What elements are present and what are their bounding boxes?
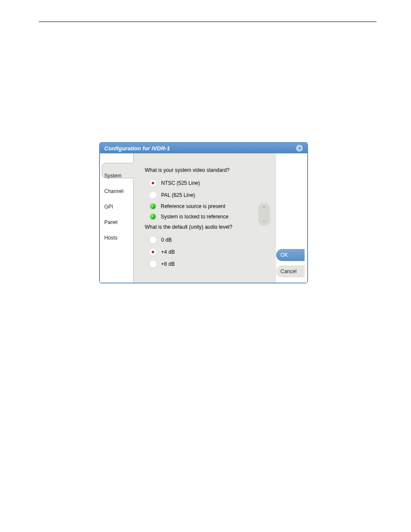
- radio-indicator: [149, 236, 157, 244]
- configuration-dialog: Configuration for iVDR-1 ▾ System Channe…: [99, 142, 308, 283]
- status-reference-present: Reference source is present: [145, 203, 268, 209]
- status-label: System is locked to reference: [161, 214, 228, 220]
- tab-list: System Channel GPI Panel Hosts: [100, 153, 134, 283]
- dialog-button-column: OK Cancel: [276, 153, 307, 283]
- radio-indicator: [149, 191, 157, 199]
- radio-label: PAL (625 Line): [161, 192, 195, 198]
- dropdown-menu-icon[interactable]: ▾: [296, 145, 303, 152]
- tab-gpi[interactable]: GPI: [100, 199, 133, 215]
- radio-label: +4 dB: [161, 249, 175, 255]
- tab-panel[interactable]: Panel: [100, 215, 133, 230]
- scroll-control[interactable]: ⌃ ⌄: [258, 203, 270, 226]
- horizontal-rule: [39, 22, 377, 22]
- status-label: Reference source is present: [161, 203, 225, 209]
- radio-indicator: [149, 260, 157, 268]
- radio-label: +8 dB: [161, 261, 175, 267]
- tab-system[interactable]: System: [100, 168, 133, 184]
- status-indicator-icon: [150, 204, 156, 209]
- tab-content-system: What is your system video standard? NTSC…: [134, 153, 276, 283]
- radio-ntsc[interactable]: NTSC (525 Line): [145, 179, 268, 187]
- radio-label: NTSC (525 Line): [161, 180, 200, 186]
- video-standard-question: What is your system video standard?: [145, 167, 268, 173]
- audio-level-question: What is the default (unity) audio level?: [145, 224, 268, 230]
- radio-8db[interactable]: +8 dB: [145, 260, 268, 268]
- radio-4db[interactable]: +4 dB: [145, 248, 268, 256]
- chevron-down-icon[interactable]: ⌄: [262, 219, 266, 223]
- dialog-titlebar[interactable]: Configuration for iVDR-1 ▾: [100, 143, 307, 153]
- dialog-title: Configuration for iVDR-1: [104, 145, 170, 152]
- radio-0db[interactable]: 0 dB: [145, 236, 268, 244]
- radio-pal[interactable]: PAL (625 Line): [145, 191, 268, 199]
- radio-indicator: [149, 179, 157, 187]
- chevron-up-icon[interactable]: ⌃: [262, 206, 266, 210]
- tab-channel[interactable]: Channel: [100, 184, 133, 199]
- radio-label: 0 dB: [161, 237, 172, 243]
- radio-indicator: [149, 248, 157, 256]
- ok-button[interactable]: OK: [276, 249, 305, 261]
- status-indicator-icon: [150, 214, 156, 219]
- tab-hosts[interactable]: Hosts: [100, 230, 133, 246]
- cancel-button[interactable]: Cancel: [276, 265, 305, 277]
- status-locked-reference: System is locked to reference: [145, 214, 268, 220]
